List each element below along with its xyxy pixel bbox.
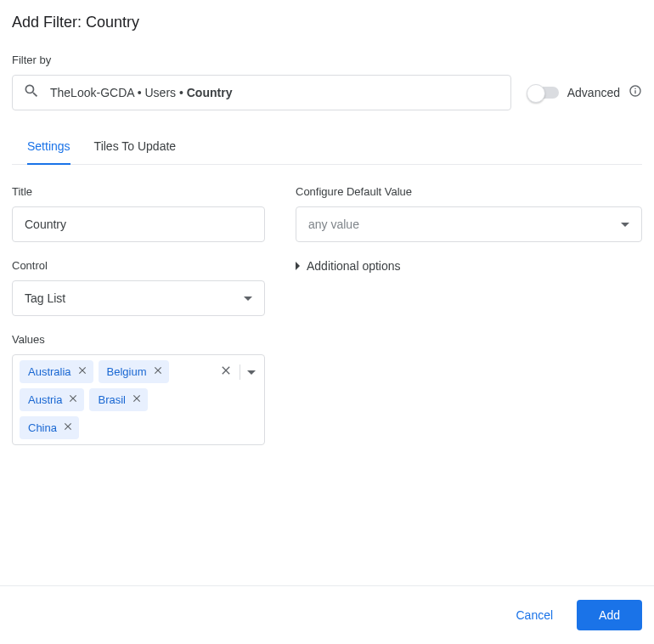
tag-label: Australia bbox=[28, 365, 71, 378]
control-value: Tag List bbox=[25, 291, 65, 305]
chevron-down-icon bbox=[244, 297, 252, 301]
tag-label: Brasil bbox=[98, 393, 126, 406]
chevron-right-icon bbox=[296, 262, 300, 270]
advanced-toggle[interactable] bbox=[528, 87, 559, 99]
info-icon[interactable] bbox=[629, 84, 642, 101]
tag-item[interactable]: Austria bbox=[20, 388, 84, 411]
cancel-button[interactable]: Cancel bbox=[512, 602, 556, 629]
chevron-down-icon bbox=[621, 223, 629, 227]
filter-by-label: Filter by bbox=[12, 54, 642, 66]
advanced-label: Advanced bbox=[567, 86, 620, 99]
tag-item[interactable]: Belgium bbox=[99, 360, 169, 383]
tag-item[interactable]: Brasil bbox=[89, 388, 148, 411]
tag-label: Austria bbox=[28, 393, 62, 406]
tag-item[interactable]: China bbox=[20, 416, 79, 439]
close-icon[interactable] bbox=[76, 364, 88, 379]
close-icon[interactable] bbox=[62, 421, 74, 435]
tag-label: Belgium bbox=[107, 365, 147, 378]
values-label: Values bbox=[12, 333, 265, 346]
dialog-footer: Cancel Add bbox=[0, 585, 654, 644]
add-button[interactable]: Add bbox=[577, 600, 642, 630]
additional-options-label: Additional options bbox=[307, 259, 401, 273]
title-label: Title bbox=[12, 185, 265, 198]
close-icon[interactable] bbox=[152, 364, 164, 379]
chevron-down-icon[interactable] bbox=[247, 370, 256, 375]
tab-tiles-to-update[interactable]: Tiles To Update bbox=[94, 131, 177, 165]
filter-by-input[interactable]: TheLook-GCDA • Users • Country bbox=[12, 75, 511, 110]
configure-default-label: Configure Default Value bbox=[296, 185, 642, 198]
tabs: Settings Tiles To Update bbox=[12, 131, 642, 165]
additional-options-toggle[interactable]: Additional options bbox=[296, 259, 642, 273]
filter-by-breadcrumb: TheLook-GCDA • Users • Country bbox=[50, 86, 232, 99]
close-icon[interactable] bbox=[131, 393, 143, 407]
clear-all-icon[interactable] bbox=[219, 364, 233, 381]
title-input[interactable] bbox=[12, 206, 265, 242]
search-icon bbox=[23, 82, 40, 103]
tab-settings[interactable]: Settings bbox=[27, 131, 70, 165]
configure-default-value: any value bbox=[308, 217, 359, 231]
divider bbox=[240, 364, 240, 380]
control-select[interactable]: Tag List bbox=[12, 280, 265, 316]
tag-label: China bbox=[28, 421, 57, 434]
close-icon[interactable] bbox=[67, 393, 79, 407]
dialog-title: Add Filter: Country bbox=[12, 14, 642, 31]
tag-item[interactable]: Australia bbox=[20, 360, 93, 383]
configure-default-select[interactable]: any value bbox=[296, 206, 642, 242]
values-tag-list[interactable]: AustraliaBelgiumAustriaBrasilChina bbox=[12, 354, 265, 445]
control-label: Control bbox=[12, 259, 265, 272]
